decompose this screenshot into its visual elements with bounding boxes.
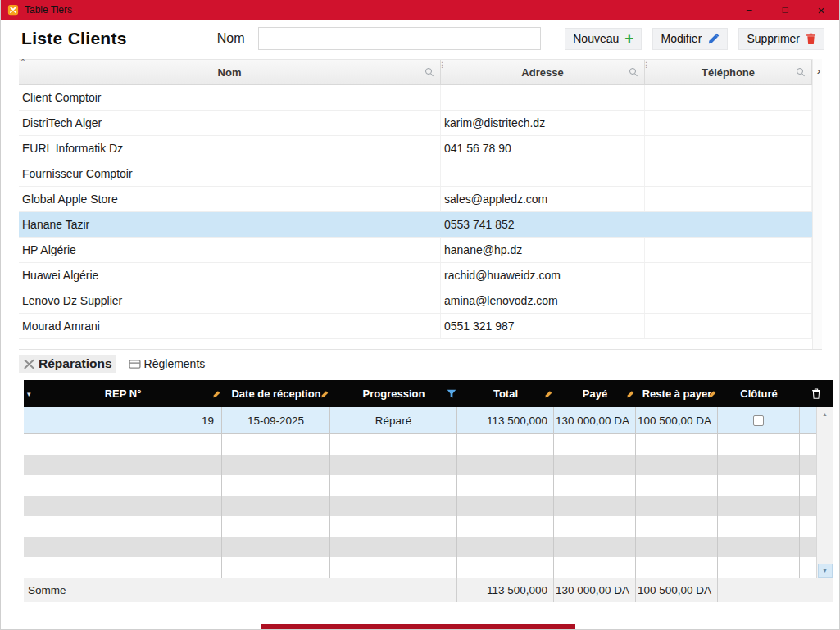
client-row[interactable]: Huawei Algérierachid@huaweidz.com [19, 263, 812, 288]
plus-icon: + [624, 33, 633, 44]
tab-label: Règlements [144, 357, 206, 370]
action-buttons: Nouveau + Modifier Supprimer [565, 28, 824, 50]
reste-a-payer-cell[interactable]: 100 500,00 DA [636, 407, 718, 433]
column-header-progression[interactable]: Progression [330, 380, 457, 407]
delete-button-label: Supprimer [747, 32, 800, 45]
column-header-total[interactable]: Total [457, 380, 554, 407]
progression-cell[interactable]: Réparé [330, 407, 457, 433]
repairs-table-header: ▾ REP N° Date de réception Progression T… [24, 380, 833, 407]
column-header-rep-no[interactable]: ▾ REP N° [24, 380, 222, 407]
client-phone-cell[interactable] [645, 314, 812, 338]
client-phone-cell[interactable] [645, 263, 812, 288]
empty-cell [554, 455, 636, 475]
payment-icon [129, 360, 141, 369]
client-address-cell[interactable] [441, 161, 645, 186]
client-address-cell[interactable]: rachid@huaweidz.com [441, 263, 645, 288]
client-address-cell[interactable]: 0553 741 852 [441, 212, 645, 237]
column-label: Clôturé [740, 388, 778, 400]
client-name-cell[interactable]: Fournisseur Comptoir [19, 161, 441, 186]
client-phone-cell[interactable] [645, 161, 812, 186]
new-button[interactable]: Nouveau + [565, 28, 642, 50]
edit-icon [212, 389, 221, 398]
total-cell[interactable]: 113 500,000 [457, 407, 554, 433]
client-address-cell[interactable]: hanane@hp.dz [441, 238, 645, 262]
empty-cell [24, 475, 222, 496]
client-name-cell[interactable]: Lenovo Dz Supplier [19, 288, 441, 313]
client-phone-cell[interactable] [645, 136, 812, 161]
client-row[interactable]: Fournisseur Comptoir [19, 161, 812, 187]
column-header-date-reception[interactable]: Date de réception [222, 380, 330, 407]
repair-row[interactable]: 1915-09-2025Réparé113 500,000130 000,00 … [24, 407, 833, 434]
delete-column-header[interactable] [800, 380, 833, 407]
client-row[interactable]: Mourad Amrani0551 321 987 [19, 314, 812, 339]
client-phone-cell[interactable] [645, 187, 812, 211]
new-button-label: Nouveau [573, 32, 619, 45]
rep-no-cell[interactable]: 19 [24, 407, 222, 433]
client-name-cell[interactable]: HP Algérie [19, 238, 441, 262]
grid-dropdown-icon[interactable]: ▾ [27, 390, 31, 398]
scroll-up-icon[interactable]: ▴ [818, 407, 833, 421]
client-address-cell[interactable]: amina@lenovodz.com [441, 288, 645, 313]
client-address-cell[interactable] [441, 85, 645, 110]
empty-cell [222, 496, 330, 516]
tab-reglements[interactable]: Règlements [125, 356, 210, 372]
filter-icon[interactable] [447, 389, 456, 398]
client-address-cell[interactable]: 0551 321 987 [441, 314, 645, 338]
client-name-cell[interactable]: Client Comptoir [19, 85, 441, 110]
empty-cell [718, 496, 800, 516]
column-drag-icon: ⋮ [438, 61, 446, 69]
client-name-cell[interactable]: DistriTech Alger [19, 111, 441, 135]
empty-cell [636, 537, 718, 557]
client-address-cell[interactable]: 041 56 78 90 [441, 136, 645, 161]
filter-magnifier-icon[interactable] [425, 68, 434, 76]
client-phone-cell[interactable] [645, 111, 812, 135]
column-header-reste-a-payer[interactable]: Reste à payer [636, 380, 718, 407]
search-input[interactable] [258, 27, 541, 50]
empty-row [24, 496, 833, 516]
column-header-adresse[interactable]: ⋮ Adresse [441, 60, 645, 84]
chevron-right-icon[interactable]: › [817, 65, 820, 77]
delete-button[interactable]: Supprimer [738, 28, 824, 50]
filter-magnifier-icon[interactable] [629, 68, 638, 76]
client-name-cell[interactable]: EURL Informatik Dz [19, 136, 441, 161]
edit-button[interactable]: Modifier [652, 28, 728, 50]
client-name-cell[interactable]: Hanane Tazir [19, 212, 441, 237]
column-label: Total [493, 388, 518, 400]
minimize-button[interactable]: – [731, 0, 767, 20]
client-phone-cell[interactable] [645, 212, 812, 237]
column-header-paye[interactable]: Payé [554, 380, 636, 407]
client-name-cell[interactable]: Global Apple Store [19, 187, 441, 211]
paye-cell[interactable]: 130 000,00 DA [554, 407, 636, 433]
date-reception-cell[interactable]: 15-09-2025 [222, 407, 330, 433]
client-row[interactable]: DistriTech Algerkarim@distritech.dz [19, 111, 812, 136]
client-row[interactable]: Hanane Tazir0553 741 852 [19, 212, 812, 238]
client-row[interactable]: Global Apple Storesales@appledz.com [19, 187, 812, 212]
empty-cell [636, 475, 718, 496]
client-row[interactable]: Client Comptoir [19, 85, 812, 111]
close-button[interactable]: × [803, 0, 839, 20]
empty-cell [330, 434, 457, 455]
maximize-button[interactable]: □ [767, 0, 803, 20]
client-address-cell[interactable]: karim@distritech.dz [441, 111, 645, 135]
client-row[interactable]: EURL Informatik Dz041 56 78 90 [19, 136, 812, 161]
client-name-cell[interactable]: Mourad Amrani [19, 314, 441, 338]
scroll-down-icon[interactable]: ▾ [818, 564, 833, 578]
tab-reparations[interactable]: Réparations [19, 355, 116, 373]
client-address-cell[interactable]: sales@appledz.com [441, 187, 645, 211]
column-label: Adresse [521, 66, 563, 79]
empty-cell [636, 455, 718, 475]
client-row[interactable]: HP Algériehanane@hp.dz [19, 238, 812, 263]
client-name-cell[interactable]: Huawei Algérie [19, 263, 441, 288]
column-header-nom[interactable]: ˆ Nom [19, 60, 441, 84]
column-header-telephone[interactable]: ⋮ Téléphone [645, 60, 812, 84]
filter-magnifier-icon[interactable] [797, 68, 805, 76]
client-row[interactable]: Lenovo Dz Supplieramina@lenovodz.com [19, 288, 812, 314]
client-phone-cell[interactable] [645, 238, 812, 262]
client-phone-cell[interactable] [645, 85, 812, 110]
repairs-table-scrollbar[interactable]: ▴ ▾ [816, 407, 833, 578]
client-phone-cell[interactable] [645, 288, 812, 313]
clients-table-scrollbar[interactable]: › [812, 59, 822, 349]
empty-cell [457, 516, 554, 537]
cloture-checkbox[interactable] [753, 415, 764, 426]
column-header-cloture[interactable]: Clôturé [718, 380, 800, 407]
